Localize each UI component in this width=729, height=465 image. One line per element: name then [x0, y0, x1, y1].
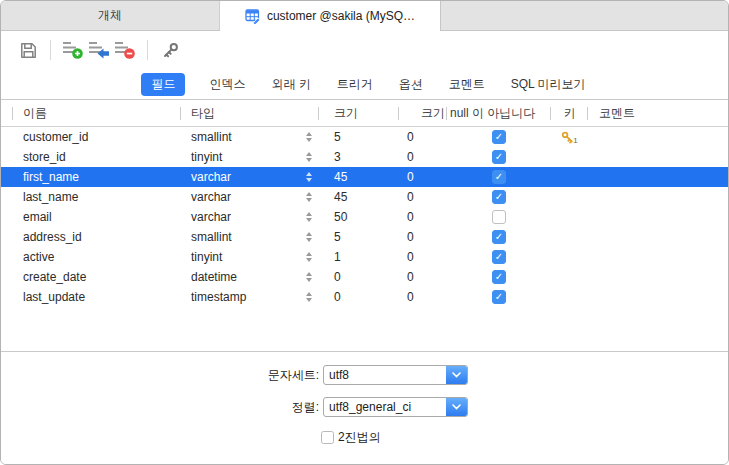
field-name-cell[interactable]: active: [13, 247, 181, 267]
field-scale-cell[interactable]: 0: [399, 187, 447, 207]
field-type-cell[interactable]: timestamp: [181, 287, 319, 307]
table-row[interactable]: customer_idsmallint501: [1, 127, 728, 147]
field-type-cell[interactable]: tinyint: [181, 247, 319, 267]
field-type-cell[interactable]: tinyint: [181, 147, 319, 167]
field-comment-cell[interactable]: [588, 127, 728, 147]
field-size-cell[interactable]: 5: [319, 227, 399, 247]
charset-dropdown[interactable]: utf8: [323, 365, 468, 385]
type-spinner[interactable]: [306, 252, 312, 262]
add-field-button[interactable]: [60, 37, 86, 63]
field-comment-cell[interactable]: [588, 267, 728, 287]
view-tab-1[interactable]: 인덱스: [207, 73, 247, 96]
field-comment-cell[interactable]: [588, 207, 728, 227]
type-spinner[interactable]: [306, 232, 312, 242]
field-name-cell[interactable]: last_update: [13, 287, 181, 307]
not-null-checkbox[interactable]: [492, 290, 506, 304]
insert-field-button[interactable]: [86, 37, 112, 63]
field-scale-cell[interactable]: 0: [399, 267, 447, 287]
field-size-cell[interactable]: 1: [319, 247, 399, 267]
table-row[interactable]: last_namevarchar450: [1, 187, 728, 207]
not-null-checkbox[interactable]: [492, 210, 506, 224]
field-type-cell[interactable]: datetime: [181, 267, 319, 287]
field-type-cell[interactable]: smallint: [181, 227, 319, 247]
type-spinner[interactable]: [306, 132, 312, 142]
chevron-down-icon[interactable]: [446, 398, 467, 416]
table-row[interactable]: create_datedatetime00: [1, 267, 728, 287]
field-scale-cell[interactable]: 0: [399, 247, 447, 267]
field-scale-cell[interactable]: 0: [399, 147, 447, 167]
field-comment-cell[interactable]: [588, 287, 728, 307]
field-name-cell[interactable]: customer_id: [13, 127, 181, 147]
field-size-cell[interactable]: 0: [319, 287, 399, 307]
table-row[interactable]: address_idsmallint50: [1, 227, 728, 247]
delete-field-button[interactable]: [112, 37, 138, 63]
view-tab-3[interactable]: 트리거: [335, 73, 375, 96]
type-spinner[interactable]: [306, 172, 312, 182]
col-name[interactable]: 이름: [13, 100, 181, 126]
field-comment-cell[interactable]: [588, 147, 728, 167]
binary-checkbox[interactable]: [321, 431, 334, 444]
type-spinner[interactable]: [306, 272, 312, 282]
field-type-cell[interactable]: varchar: [181, 187, 319, 207]
not-null-checkbox[interactable]: [492, 150, 506, 164]
not-null-checkbox[interactable]: [492, 270, 506, 284]
not-null-checkbox[interactable]: [492, 250, 506, 264]
field-name-cell[interactable]: address_id: [13, 227, 181, 247]
view-tab-0[interactable]: 필드: [141, 73, 185, 96]
not-null-checkbox[interactable]: [492, 130, 506, 144]
field-comment-cell[interactable]: [588, 167, 728, 187]
col-size[interactable]: 크기: [319, 100, 399, 126]
view-tab-2[interactable]: 외래 키: [269, 73, 312, 96]
field-comment-cell[interactable]: [588, 227, 728, 247]
table-row[interactable]: store_idtinyint30: [1, 147, 728, 167]
table-row[interactable]: last_updatetimestamp00: [1, 287, 728, 307]
field-size-cell[interactable]: 5: [319, 127, 399, 147]
view-tab-5[interactable]: 코멘트: [447, 73, 487, 96]
field-size-cell[interactable]: 45: [319, 187, 399, 207]
col-type[interactable]: 타입: [181, 100, 319, 126]
type-spinner[interactable]: [306, 212, 312, 222]
key-cell: [551, 227, 588, 247]
field-name-cell[interactable]: email: [13, 207, 181, 227]
table-row[interactable]: emailvarchar500: [1, 207, 728, 227]
field-scale-cell[interactable]: 0: [399, 167, 447, 187]
collation-dropdown[interactable]: utf8_general_ci: [323, 397, 468, 417]
field-name-cell[interactable]: first_name: [13, 167, 181, 187]
not-null-checkbox[interactable]: [492, 190, 506, 204]
col-key[interactable]: 키: [551, 100, 588, 126]
field-size-cell[interactable]: 3: [319, 147, 399, 167]
field-type-cell[interactable]: smallint: [181, 127, 319, 147]
field-scale-cell[interactable]: 0: [399, 207, 447, 227]
table-row[interactable]: first_namevarchar450: [1, 167, 728, 187]
field-comment-cell[interactable]: [588, 187, 728, 207]
tab-objects[interactable]: 개체: [1, 1, 220, 30]
col-comment[interactable]: 코멘트: [588, 100, 728, 126]
primary-key-button[interactable]: [157, 37, 183, 63]
tab-customer-table[interactable]: customer @sakila (MySQ…: [220, 1, 441, 31]
field-name-cell[interactable]: last_name: [13, 187, 181, 207]
field-name-cell[interactable]: store_id: [13, 147, 181, 167]
not-null-checkbox[interactable]: [492, 230, 506, 244]
field-size-cell[interactable]: 0: [319, 267, 399, 287]
field-type-cell[interactable]: varchar: [181, 207, 319, 227]
save-button[interactable]: [15, 37, 41, 63]
not-null-checkbox[interactable]: [492, 170, 506, 184]
field-size-cell[interactable]: 45: [319, 167, 399, 187]
field-scale-cell[interactable]: 0: [399, 227, 447, 247]
chevron-down-icon[interactable]: [446, 366, 467, 384]
type-spinner[interactable]: [306, 192, 312, 202]
type-spinner[interactable]: [306, 152, 312, 162]
col-not-null[interactable]: null 이 아닙니다: [447, 100, 551, 126]
field-scale-cell[interactable]: 0: [399, 287, 447, 307]
col-size2[interactable]: 크기: [399, 100, 447, 126]
field-scale-cell[interactable]: 0: [399, 127, 447, 147]
field-comment-cell[interactable]: [588, 247, 728, 267]
field-type-cell[interactable]: varchar: [181, 167, 319, 187]
view-tab-4[interactable]: 옵션: [397, 73, 425, 96]
field-name-cell[interactable]: create_date: [13, 267, 181, 287]
field-size-cell[interactable]: 50: [319, 207, 399, 227]
view-tab-6[interactable]: SQL 미리보기: [509, 73, 588, 96]
gutter-header[interactable]: [1, 100, 13, 126]
type-spinner[interactable]: [306, 292, 312, 302]
table-row[interactable]: activetinyint10: [1, 247, 728, 267]
